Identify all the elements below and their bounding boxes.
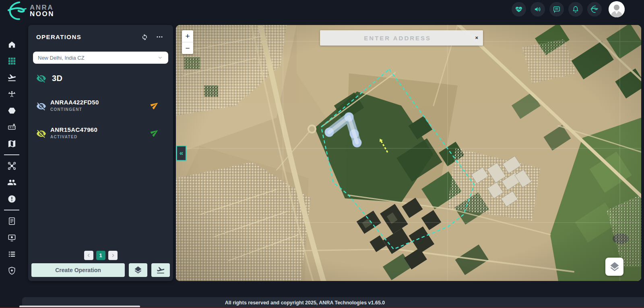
sidebar-item-users[interactable] xyxy=(0,174,23,191)
layers-icon xyxy=(609,261,620,273)
zoom-out-button[interactable]: − xyxy=(182,42,193,54)
operations-panel-header: OPERATIONS xyxy=(28,25,173,41)
operation-row[interactable]: ANRAA422FD50 CONTINGENT xyxy=(28,99,173,121)
operation-state-plane-icon xyxy=(151,128,159,137)
chevron-down-icon xyxy=(157,54,163,61)
system-health-button[interactable] xyxy=(512,2,526,17)
create-operation-button[interactable]: Create Operation xyxy=(31,263,125,277)
flight-takeoff-icon xyxy=(156,266,165,275)
sidebar-item-operations[interactable] xyxy=(0,53,23,69)
more-options-button[interactable] xyxy=(156,33,163,41)
refresh-icon xyxy=(141,33,149,41)
sidebar-item-logs[interactable] xyxy=(0,246,23,262)
pagination-prev-button[interactable] xyxy=(84,251,93,260)
operation-visibility-toggle[interactable] xyxy=(36,129,46,139)
chat-icon xyxy=(553,5,561,13)
3d-view-row: 3D xyxy=(36,73,63,83)
region-select-value: New Delhi, India CZ xyxy=(38,55,157,61)
logo-text: ANRA NOON xyxy=(30,4,54,17)
simulate-flight-button[interactable] xyxy=(151,263,170,277)
sidebar-item-reports[interactable] xyxy=(0,213,23,229)
quadcopter-icon xyxy=(7,161,17,171)
layers-icon xyxy=(134,266,142,275)
sidebar-item-ground-stations[interactable] xyxy=(0,119,23,135)
anra-swoosh-icon xyxy=(7,1,27,21)
hexagon-zone-icon xyxy=(7,106,17,115)
anra-drone-icon xyxy=(590,5,599,13)
rail-divider xyxy=(4,154,19,155)
notifications-button[interactable] xyxy=(568,2,583,17)
operation-info: ANRAA422FD50 CONTINGENT xyxy=(50,99,99,112)
sidebar-item-maps[interactable] xyxy=(0,135,23,152)
users-icon xyxy=(7,178,17,187)
header-actions xyxy=(512,1,625,17)
messages-button[interactable] xyxy=(549,2,564,17)
layers-button[interactable] xyxy=(129,263,147,277)
operation-state-plane-icon xyxy=(151,101,159,109)
eye-off-icon xyxy=(36,129,46,139)
basemap-layers-button[interactable] xyxy=(605,258,623,276)
zoom-in-button[interactable]: + xyxy=(182,30,193,42)
search-clear-button[interactable]: × xyxy=(475,30,483,46)
operations-panel: OPERATIONS New Delhi, India CZ 3D ANRAA4… xyxy=(28,25,173,281)
ellipsis-icon xyxy=(156,33,163,41)
heart-pulse-icon xyxy=(515,5,523,13)
operation-id: ANRAA422FD50 xyxy=(50,99,99,106)
ground-station-icon xyxy=(7,123,17,132)
3d-visibility-toggle[interactable] xyxy=(36,73,46,83)
chevron-left-icon xyxy=(86,253,91,258)
anra-noon-logo: ANRA NOON xyxy=(7,1,54,21)
logo-line2: NOON xyxy=(30,11,54,17)
left-rail xyxy=(0,23,23,308)
vtol-drone-icon xyxy=(7,89,17,99)
sidebar-item-zones[interactable] xyxy=(0,102,23,119)
operation-row[interactable]: ANR15AC47960 ACTIVATED xyxy=(28,126,173,149)
video-feed-icon xyxy=(7,233,17,242)
3d-label: 3D xyxy=(52,74,63,83)
map-icon xyxy=(7,139,17,148)
refresh-button[interactable] xyxy=(141,33,149,41)
panel-actions: Create Operation xyxy=(31,263,170,277)
pagination-page-1[interactable]: 1 xyxy=(96,251,105,260)
copyright-text: All rights reserved and copyright 2025, … xyxy=(225,300,385,306)
map-canvas[interactable]: + − × « xyxy=(176,25,641,281)
audio-button[interactable] xyxy=(530,2,545,17)
list-icon xyxy=(7,250,17,259)
operation-visibility-toggle[interactable] xyxy=(36,101,46,111)
chevron-right-icon xyxy=(110,253,116,258)
home-icon xyxy=(7,40,17,49)
sidebar-item-drones[interactable] xyxy=(0,86,23,102)
sidebar-item-video-feeds[interactable] xyxy=(0,229,23,246)
report-document-icon xyxy=(7,216,17,226)
region-select[interactable]: New Delhi, India CZ xyxy=(33,52,168,64)
top-bar: ANRA NOON xyxy=(0,0,644,23)
alert-icon xyxy=(7,194,17,204)
avatar xyxy=(609,1,625,17)
operation-status: ACTIVATED xyxy=(50,135,97,139)
operation-id: ANR15AC47960 xyxy=(50,126,97,133)
drone-tracker-button[interactable] xyxy=(587,2,602,17)
anra-noon-app: ANRA NOON OPERATI xyxy=(0,0,644,308)
eye-off-icon xyxy=(36,73,46,83)
map-zoom-control: + − xyxy=(182,30,193,54)
satellite-map xyxy=(176,25,641,281)
flight-takeoff-icon xyxy=(7,73,17,82)
bell-icon xyxy=(572,5,580,13)
sidebar-item-alerts[interactable] xyxy=(0,191,23,207)
panel-title: OPERATIONS xyxy=(36,33,81,40)
sidebar-item-home[interactable] xyxy=(0,36,23,53)
user-profile-button[interactable] xyxy=(609,1,625,17)
eye-off-icon xyxy=(36,101,46,111)
operation-status: CONTINGENT xyxy=(50,107,99,112)
sidebar-item-flights[interactable] xyxy=(0,69,23,86)
speaker-icon xyxy=(534,5,542,13)
pagination-next-button[interactable] xyxy=(108,251,118,260)
panel-collapse-button[interactable]: « xyxy=(176,146,186,161)
sidebar-item-uas[interactable] xyxy=(0,158,23,174)
paper-plane-icon xyxy=(151,128,159,137)
address-search-input[interactable] xyxy=(320,30,475,46)
sidebar-item-airspace-security[interactable] xyxy=(0,262,23,279)
apps-grid-icon xyxy=(7,56,17,66)
shield-flight-icon xyxy=(7,266,17,275)
rail-divider xyxy=(4,210,19,210)
